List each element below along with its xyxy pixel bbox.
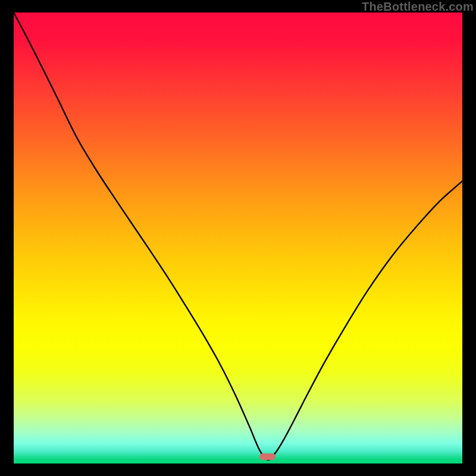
plot-area (14, 12, 462, 464)
optimal-marker (259, 453, 275, 460)
chart-frame: TheBottleneck.com (0, 0, 476, 476)
watermark-text: TheBottleneck.com (362, 0, 474, 14)
bottleneck-curve (14, 12, 462, 464)
